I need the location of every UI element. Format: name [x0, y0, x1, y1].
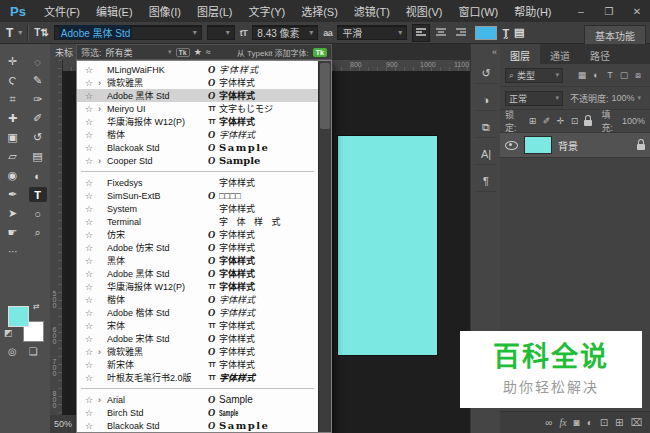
font-list-item[interactable]: ☆ › Adobe 宋体 Std O 字体样式 — [77, 332, 318, 345]
font-list-item[interactable]: ☆ › 宋体 TT 字体样式 — [77, 319, 318, 332]
tool-preset-caret-icon[interactable]: ▾ — [18, 28, 22, 37]
favorite-star-icon[interactable]: ☆ — [85, 104, 98, 114]
foreground-color-swatch[interactable] — [8, 306, 29, 327]
expand-arrow-icon[interactable]: › — [98, 78, 107, 88]
font-list-item[interactable]: ☆ › Adobe 楷体 Std O 字体样式 — [77, 306, 318, 319]
filter-adjustment-layers-icon[interactable]: ◐ — [589, 68, 603, 82]
menu-item[interactable]: 视图(V) — [398, 3, 451, 19]
font-list-item[interactable]: ☆ › Cooper Std O Sample — [77, 154, 318, 167]
menu-item[interactable]: 滤镜(T) — [346, 3, 398, 19]
font-list-item[interactable]: ☆ › Adobe 黑体 Std O 字体样式 — [77, 89, 318, 102]
link-layers-icon[interactable]: ∞ — [545, 417, 552, 428]
favorite-star-icon[interactable]: ☆ — [85, 91, 98, 101]
filter-type-layers-icon[interactable]: T — [603, 68, 617, 82]
menu-item[interactable]: 文字(Y) — [240, 3, 293, 19]
warp-text-icon[interactable]: T̰ — [502, 27, 509, 39]
dropdown-scrollbar[interactable] — [318, 61, 331, 432]
font-list-item[interactable]: ☆ › Blackoak Std O Sample — [77, 141, 318, 154]
adjustments-panel-icon[interactable]: ◑ — [475, 90, 497, 111]
font-list-item[interactable]: ☆ › 华康海报体 W12(P) TT 字体样式 — [77, 115, 318, 128]
expand-arrow-icon[interactable]: › — [98, 156, 107, 166]
libraries-panel-icon[interactable]: ⧉ — [475, 117, 497, 138]
chevron-down-icon[interactable]: ▾ — [193, 28, 197, 37]
typekit-badge[interactable]: Tk — [313, 48, 327, 57]
font-size-select[interactable]: 8.43 像素 ▾ — [252, 25, 318, 40]
favorite-star-icon[interactable]: ☆ — [85, 230, 98, 240]
favorite-star-icon[interactable]: ☆ — [85, 217, 98, 227]
chevron-down-icon[interactable]: ▾ — [226, 28, 230, 37]
lock-artboard-icon[interactable]: ⊡ — [567, 114, 581, 128]
font-list-item[interactable]: ☆ › 微软雅黑 O 字体样式 — [77, 76, 318, 89]
font-list-item[interactable]: ☆ › 黑体 O 字体样式 — [77, 254, 318, 267]
font-list-item[interactable]: ☆ › Arial O Sample — [77, 393, 318, 406]
favorite-star-icon[interactable]: ☆ — [85, 373, 98, 383]
layer-thumbnail[interactable] — [524, 136, 552, 154]
gradient-tool[interactable]: ▤ — [29, 149, 47, 164]
filter-smart-objects-icon[interactable]: ⧈ — [631, 68, 645, 82]
eyedropper-tool[interactable]: ✑ — [29, 92, 47, 107]
favorites-filter-icon[interactable]: ★ — [194, 47, 202, 57]
chevron-down-icon[interactable]: ▾ — [309, 28, 313, 37]
align-left-button[interactable] — [412, 24, 430, 42]
font-list-item[interactable]: ☆ › Meiryo UI TT 文字もじモジ — [77, 102, 318, 115]
font-list-item[interactable]: ☆ › 楷体 O 字体样式 — [77, 128, 318, 141]
favorite-star-icon[interactable]: ☆ — [85, 156, 98, 166]
maximize-button[interactable]: ❐ — [602, 6, 616, 17]
font-list-item[interactable]: ☆ › 仿宋 O 字体样式 — [77, 228, 318, 241]
favorite-star-icon[interactable]: ☆ — [85, 421, 98, 431]
zoom-level-status[interactable]: 50% — [50, 415, 76, 433]
favorite-star-icon[interactable]: ☆ — [85, 178, 98, 188]
hand-tool[interactable]: ☛ — [4, 225, 22, 240]
favorite-star-icon[interactable]: ☆ — [85, 65, 98, 75]
font-list-item[interactable]: ☆ › 微软雅黑 O 字体样式 — [77, 345, 318, 358]
opacity-value[interactable]: 100% — [612, 93, 635, 103]
font-list-item[interactable]: ☆ › Adobe 黑体 Std O 字体样式 — [77, 267, 318, 280]
paragraph-panel-icon[interactable]: ¶ — [475, 171, 497, 192]
favorite-star-icon[interactable]: ☆ — [85, 117, 98, 127]
favorite-star-icon[interactable]: ☆ — [85, 360, 98, 370]
type-tool[interactable]: T — [29, 187, 47, 202]
filter-shape-layers-icon[interactable]: ▢ — [617, 68, 631, 82]
text-color-swatch[interactable] — [475, 26, 497, 40]
font-list-item[interactable]: ☆ › 华康海报体 W12(P) TT 字体样式 — [77, 280, 318, 293]
lock-position-icon[interactable]: ✛ — [553, 114, 567, 128]
font-list-item[interactable]: ☆ › 新宋体 TT 字体样式 — [77, 358, 318, 371]
favorite-star-icon[interactable]: ☆ — [85, 347, 98, 357]
character-panel-icon[interactable]: A| — [475, 144, 497, 165]
font-list-item[interactable]: ☆ › 楷体 O 字体样式 — [77, 293, 318, 306]
font-list-item[interactable]: ☆ › MLingWaiFHK O 字体样式 — [77, 63, 318, 76]
adjustment-layer-icon[interactable]: ◐ — [587, 417, 593, 428]
layer-effects-icon[interactable]: fx — [559, 417, 566, 428]
scrollbar-thumb[interactable] — [320, 63, 330, 129]
move-tool[interactable]: ✛ — [4, 54, 22, 69]
menu-item[interactable]: 图层(L) — [189, 3, 240, 19]
favorite-star-icon[interactable]: ☆ — [85, 334, 98, 344]
favorite-star-icon[interactable]: ☆ — [85, 395, 98, 405]
history-brush-tool[interactable]: ↺ — [29, 130, 47, 145]
blur-tool[interactable]: ◉ — [4, 168, 22, 183]
layer-row-background[interactable]: 背景 — [500, 133, 650, 158]
zoom-tool[interactable]: ⌕ — [29, 225, 47, 240]
font-list-item[interactable]: ☆ › Blackoak Std O Sample — [77, 419, 318, 432]
delete-layer-icon[interactable]: ⌧ — [630, 417, 642, 428]
font-list-item[interactable]: ☆ › — [77, 167, 318, 176]
panel-tab[interactable]: 图层 — [500, 44, 540, 64]
anti-alias-select[interactable]: 平滑 ▾ — [337, 25, 407, 40]
font-style-select[interactable]: ▾ — [207, 25, 235, 40]
quick-selection-tool[interactable]: ✎ — [29, 73, 47, 88]
font-family-select[interactable]: Adobe 黑体 Std ▾ — [54, 25, 202, 40]
chevron-down-icon[interactable]: ▾ — [638, 94, 642, 102]
marquee-tool[interactable]: ◌ — [29, 54, 47, 69]
panel-tab[interactable]: 通道 — [540, 44, 580, 64]
favorite-star-icon[interactable]: ☆ — [85, 282, 98, 292]
similar-fonts-icon[interactable]: ≈ — [206, 47, 211, 57]
quick-mask-mode-icon[interactable]: ◎ — [8, 346, 17, 357]
lock-pixels-icon[interactable]: ✐ — [539, 114, 553, 128]
dodge-tool[interactable]: ◐ — [29, 168, 47, 183]
text-orientation-icon[interactable]: T⇅ — [34, 27, 49, 38]
font-list-item[interactable]: ☆ › Birch Std O Sample — [77, 406, 318, 419]
font-list-item[interactable]: ☆ › Terminal 字 体 样 式 — [77, 215, 318, 228]
pen-tool[interactable]: ✒ — [4, 187, 22, 202]
favorite-star-icon[interactable]: ☆ — [85, 408, 98, 418]
path-selection-tool[interactable]: ➤ — [4, 206, 22, 221]
